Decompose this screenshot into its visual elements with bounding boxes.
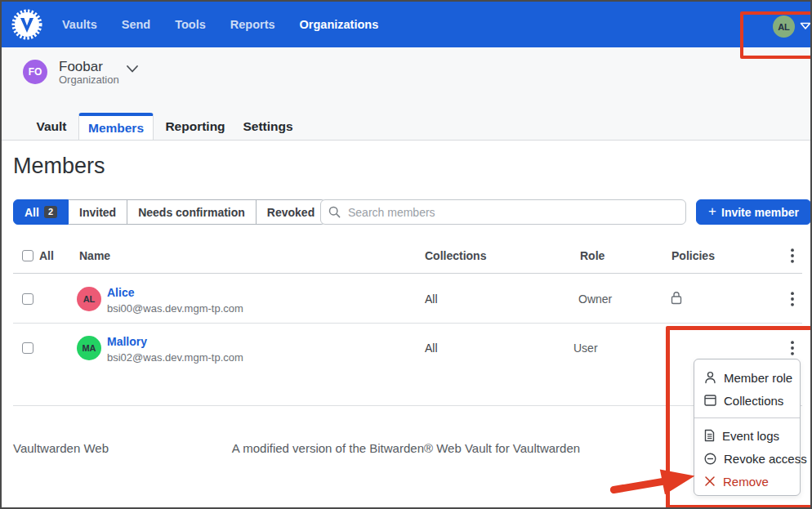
policy-lock-icon xyxy=(670,291,683,305)
invite-member-label: Invite member xyxy=(721,206,799,219)
nav-item-send[interactable]: Send xyxy=(122,18,150,31)
filter-revoked-button[interactable]: Revoked xyxy=(257,199,326,225)
nav-item-reports[interactable]: Reports xyxy=(230,18,275,31)
organization-name: Foobar xyxy=(59,59,103,75)
table-bottom-divider xyxy=(13,405,802,406)
menu-item-label: Revoke access xyxy=(724,452,807,466)
app-window: Vaults Send Tools Reports Organizations … xyxy=(0,0,812,509)
tab-members[interactable]: Members xyxy=(78,113,154,140)
tab-reporting[interactable]: Reporting xyxy=(158,114,232,140)
search-members-input[interactable] xyxy=(346,205,678,220)
menu-item-label: Member role xyxy=(724,371,792,385)
member-name-link-alice[interactable]: Alice xyxy=(107,286,134,299)
member-count-badge: 2 xyxy=(44,206,57,218)
member-email-mallory: bsi02@was.dev.mgm-tp.com xyxy=(107,351,243,364)
table-options-menu-icon[interactable] xyxy=(785,248,800,264)
account-avatar[interactable]: AL xyxy=(773,16,795,38)
account-chevron-down-icon[interactable] xyxy=(800,22,811,30)
footer-app-name: Vaultwarden Web xyxy=(13,441,109,455)
menu-item-label: Remove xyxy=(723,475,769,489)
nav-item-organizations[interactable]: Organizations xyxy=(300,18,379,31)
filter-needs-confirmation-button[interactable]: Needs confirmation xyxy=(127,199,257,225)
organization-header: FO Foobar Organization Vault Members Rep… xyxy=(2,47,810,141)
status-filter-group: All 2 Invited Needs confirmation Revoked xyxy=(13,199,326,225)
person-icon xyxy=(704,371,716,384)
row-context-menu: Member role Collections Event logs Revok… xyxy=(694,359,801,496)
organization-avatar: FO xyxy=(23,60,47,84)
row-checkbox-alice[interactable] xyxy=(22,293,33,305)
tab-vault[interactable]: Vault xyxy=(25,114,78,140)
collections-cell-mallory: All xyxy=(425,342,438,355)
select-all-label: All xyxy=(39,249,54,262)
column-header-role: Role xyxy=(580,249,605,262)
select-all-checkbox[interactable] xyxy=(22,250,33,261)
column-header-collections: Collections xyxy=(425,249,486,262)
menu-item-label: Collections xyxy=(724,394,783,408)
circle-minus-icon xyxy=(704,453,716,465)
menu-item-event-logs[interactable]: Event logs xyxy=(694,424,800,447)
avatar-mallory: MA xyxy=(77,336,101,360)
menu-item-revoke-access[interactable]: Revoke access xyxy=(694,447,800,470)
column-header-policies: Policies xyxy=(671,249,715,262)
nav-item-vaults[interactable]: Vaults xyxy=(62,18,97,31)
page-title: Members xyxy=(13,154,105,179)
nav-item-tools[interactable]: Tools xyxy=(175,18,206,31)
column-header-name: Name xyxy=(79,249,110,262)
footer-description: A modified version of the Bitwarden® Web… xyxy=(2,441,810,455)
search-members-box xyxy=(320,199,686,225)
top-navbar: Vaults Send Tools Reports Organizations … xyxy=(2,2,810,47)
collections-cell-alice: All xyxy=(425,292,438,306)
vaultwarden-logo-icon[interactable] xyxy=(11,9,42,40)
organization-chevron-down-icon[interactable] xyxy=(126,65,139,74)
row-options-menu-icon-mallory[interactable] xyxy=(785,340,800,356)
menu-item-label: Event logs xyxy=(722,429,779,443)
table-header-divider xyxy=(13,273,802,274)
plus-icon: + xyxy=(708,204,716,218)
filter-all-label: All xyxy=(25,206,39,219)
row-checkbox-mallory[interactable] xyxy=(22,342,33,354)
row-options-menu-icon-alice[interactable] xyxy=(785,291,800,307)
role-cell-mallory: User xyxy=(573,342,598,355)
menu-item-collections[interactable]: Collections xyxy=(694,389,800,412)
x-icon xyxy=(704,476,716,487)
avatar-alice: AL xyxy=(77,287,101,311)
filter-all-button[interactable]: All 2 xyxy=(13,199,69,225)
invite-member-button[interactable]: + Invite member xyxy=(696,199,811,225)
collection-icon xyxy=(704,395,716,406)
member-email-alice: bsi00@was.dev.mgm-tp.com xyxy=(107,302,243,315)
tab-settings[interactable]: Settings xyxy=(235,114,301,140)
search-icon xyxy=(328,206,341,218)
document-icon xyxy=(704,429,715,442)
row-divider xyxy=(13,323,802,324)
filter-invited-button[interactable]: Invited xyxy=(69,199,127,225)
member-name-link-mallory[interactable]: Mallory xyxy=(107,335,147,348)
menu-divider xyxy=(694,417,800,418)
menu-item-remove[interactable]: Remove xyxy=(694,470,800,493)
role-cell-alice: Owner xyxy=(578,292,612,306)
menu-item-member-role[interactable]: Member role xyxy=(694,366,800,389)
organization-subtitle: Organization xyxy=(59,74,119,86)
annotation-arrow xyxy=(610,461,698,500)
